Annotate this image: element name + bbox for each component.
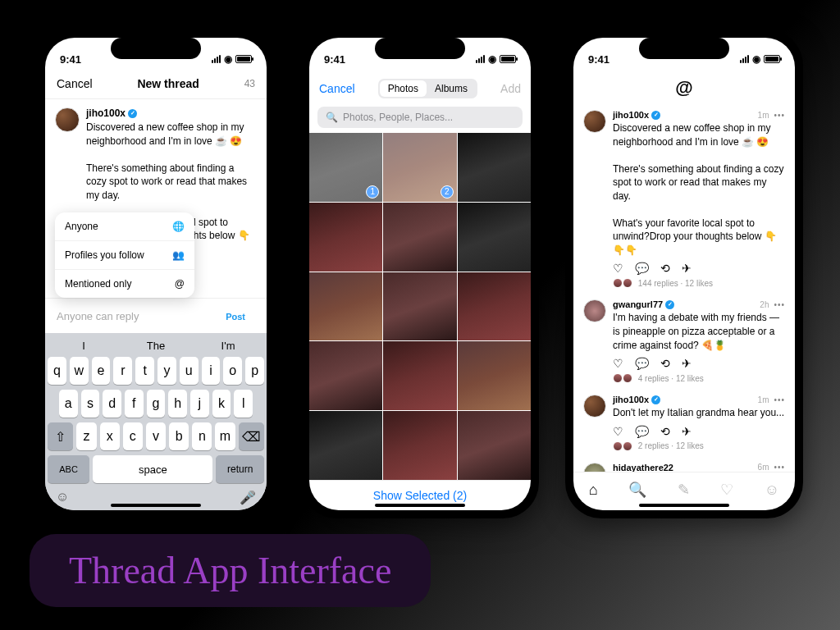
more-icon[interactable]: •••: [774, 300, 785, 309]
key-return[interactable]: return: [216, 455, 264, 483]
repost-icon[interactable]: ⟲: [660, 425, 670, 438]
key-w[interactable]: w: [70, 357, 89, 385]
suggestion[interactable]: The: [120, 340, 192, 352]
key-n[interactable]: n: [192, 422, 212, 450]
key-i[interactable]: i: [202, 357, 221, 385]
username[interactable]: jiho100x ✓: [86, 107, 257, 119]
tab-albums[interactable]: Albums: [427, 80, 476, 97]
photo-cell[interactable]: [309, 203, 382, 272]
key-c[interactable]: c: [123, 422, 143, 450]
emoji-icon[interactable]: ☺: [56, 490, 69, 505]
key-u[interactable]: u: [180, 357, 199, 385]
reply-option-anyone[interactable]: Anyone 🌐: [55, 212, 194, 241]
repost-icon[interactable]: ⟲: [660, 357, 670, 370]
photo-cell[interactable]: [458, 133, 531, 202]
repost-icon[interactable]: ⟲: [660, 262, 670, 275]
photo-cell[interactable]: [383, 411, 456, 480]
key-abc[interactable]: ABC: [48, 455, 89, 483]
key-o[interactable]: o: [223, 357, 242, 385]
avatar[interactable]: [583, 395, 606, 418]
photo-cell[interactable]: [383, 341, 456, 410]
tab-activity-icon[interactable]: ♡: [720, 481, 733, 499]
cancel-button[interactable]: Cancel: [57, 77, 93, 90]
share-icon[interactable]: ✈: [682, 357, 692, 370]
key-delete[interactable]: ⌫: [239, 422, 264, 450]
key-x[interactable]: x: [100, 422, 120, 450]
key-q[interactable]: q: [48, 357, 66, 385]
key-k[interactable]: k: [212, 390, 231, 418]
engagement[interactable]: 2 replies · 12 likes: [638, 441, 704, 450]
reply-icon[interactable]: 💬: [635, 262, 649, 275]
reply-option-mentioned[interactable]: Mentioned only @: [55, 270, 194, 298]
key-z[interactable]: z: [76, 422, 96, 450]
key-p[interactable]: p: [245, 357, 264, 385]
share-icon[interactable]: ✈: [682, 262, 692, 275]
photo-cell[interactable]: [458, 272, 531, 341]
key-a[interactable]: a: [59, 390, 78, 418]
photo-cell[interactable]: [309, 341, 382, 410]
more-icon[interactable]: •••: [774, 395, 785, 404]
suggestion[interactable]: I'm: [192, 340, 264, 352]
tab-profile-icon[interactable]: ☺: [765, 482, 779, 499]
like-icon[interactable]: ♡: [613, 357, 623, 370]
engagement[interactable]: 144 replies · 12 likes: [638, 279, 713, 288]
feed[interactable]: jiho100x✓ 1m••• Discovered a new coffee …: [573, 103, 795, 472]
home-indicator[interactable]: [639, 504, 729, 507]
username[interactable]: hidayathere22: [613, 463, 673, 472]
key-g[interactable]: g: [147, 390, 166, 418]
photo-cell[interactable]: [458, 203, 531, 272]
photo-cell[interactable]: [458, 341, 531, 410]
key-d[interactable]: d: [103, 390, 121, 418]
like-icon[interactable]: ♡: [613, 425, 623, 438]
key-j[interactable]: j: [190, 390, 209, 418]
threads-logo-icon[interactable]: @: [675, 77, 692, 98]
reply-icon[interactable]: 💬: [635, 357, 649, 370]
photo-cell[interactable]: [309, 272, 382, 341]
photo-cell[interactable]: [383, 203, 456, 272]
key-b[interactable]: b: [169, 422, 189, 450]
tab-search-icon[interactable]: 🔍: [628, 481, 646, 499]
home-indicator[interactable]: [375, 504, 465, 507]
key-f[interactable]: f: [125, 390, 144, 418]
cancel-button[interactable]: Cancel: [319, 82, 355, 95]
key-v[interactable]: v: [146, 422, 166, 450]
tab-compose-icon[interactable]: ✎: [678, 481, 690, 499]
username[interactable]: jiho100x✓: [613, 395, 660, 404]
reply-icon[interactable]: 💬: [635, 425, 649, 438]
key-s[interactable]: s: [81, 390, 100, 418]
avatar[interactable]: [583, 463, 606, 472]
key-shift[interactable]: ⇧: [48, 422, 73, 450]
photo-cell[interactable]: [458, 411, 531, 480]
avatar[interactable]: [583, 299, 606, 322]
avatar[interactable]: [583, 110, 606, 133]
mic-icon[interactable]: 🎤: [240, 490, 256, 505]
avatar[interactable]: [55, 107, 80, 132]
add-button[interactable]: Add: [500, 82, 521, 95]
more-icon[interactable]: •••: [774, 111, 785, 120]
like-icon[interactable]: ♡: [613, 262, 623, 275]
key-y[interactable]: y: [158, 357, 176, 385]
search-input[interactable]: 🔍 Photos, People, Places...: [317, 107, 523, 128]
photo-cell[interactable]: 2: [383, 133, 456, 202]
key-l[interactable]: l: [234, 390, 253, 418]
more-icon[interactable]: •••: [774, 463, 785, 472]
engagement[interactable]: 4 replies · 12 likes: [638, 374, 704, 383]
reply-hint[interactable]: Anyone can reply: [57, 310, 139, 322]
key-h[interactable]: h: [168, 390, 187, 418]
key-space[interactable]: space: [93, 455, 212, 483]
username[interactable]: gwangurl77✓: [613, 299, 674, 309]
photo-cell[interactable]: [309, 411, 382, 480]
share-icon[interactable]: ✈: [682, 425, 692, 438]
key-m[interactable]: m: [215, 422, 235, 450]
key-r[interactable]: r: [113, 357, 132, 385]
reply-option-follow[interactable]: Profiles you follow 👥: [55, 241, 194, 270]
tab-home-icon[interactable]: ⌂: [589, 482, 598, 499]
username[interactable]: jiho100x✓: [613, 110, 660, 120]
tab-photos[interactable]: Photos: [380, 80, 427, 97]
post-button[interactable]: Post: [216, 305, 255, 326]
photo-cell[interactable]: [383, 272, 456, 341]
photo-cell[interactable]: 1: [309, 133, 382, 202]
home-indicator[interactable]: [111, 504, 201, 507]
key-t[interactable]: t: [135, 357, 154, 385]
suggestion[interactable]: I: [48, 340, 120, 352]
